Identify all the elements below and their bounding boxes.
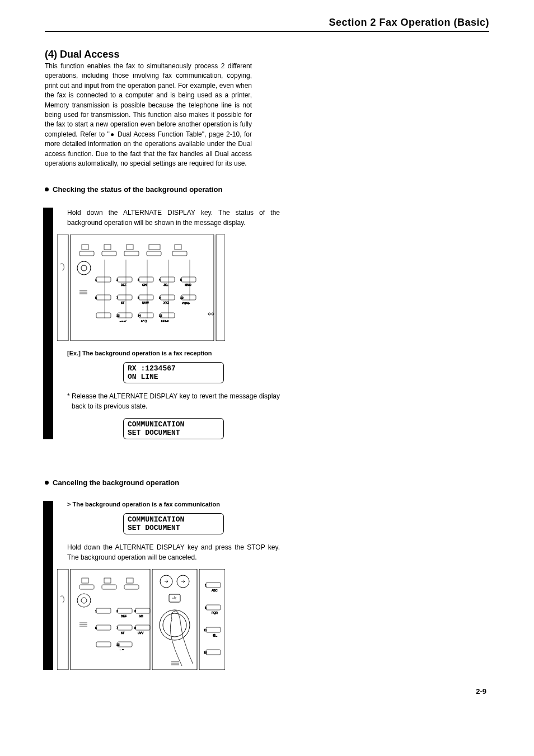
svg-text:DEF: DEF [121, 614, 127, 618]
svg-text:13: 13 [116, 314, 120, 317]
svg-text:2: 2 [116, 609, 118, 613]
svg-text:@_: @_ [213, 633, 217, 637]
check-status-block: Hold down the ALTERNATE DISPLAY key. The… [45, 208, 280, 439]
bullet-icon [45, 481, 49, 485]
svg-text:15: 15 [159, 314, 162, 317]
bullet-icon [45, 187, 49, 191]
svg-text:14: 14 [138, 314, 141, 317]
release-key-note-text: Release the ALTERNATE DISPLAY key to rev… [72, 391, 280, 411]
svg-rect-63 [57, 569, 68, 670]
cancel-heading-text: Canceling the background operation [53, 478, 179, 487]
svg-text:& * ( ): & * ( ) [141, 320, 147, 322]
svg-text:MNO: MNO [185, 283, 191, 287]
svg-text:XYZ: XYZ [163, 301, 169, 304]
svg-text:JKL: JKL [163, 283, 168, 287]
svg-rect-0 [57, 234, 68, 341]
svg-text:GHI: GHI [142, 283, 147, 287]
svg-text:$ # 0–9: $ # 0–9 [161, 320, 169, 322]
dual-access-paragraph: This function enables the fax to simulta… [45, 62, 252, 168]
svg-text:7: 7 [116, 296, 118, 299]
svg-text:13: 13 [116, 643, 120, 646]
svg-text:6: 6 [95, 626, 97, 630]
page-number: 2-9 [476, 687, 486, 696]
svg-text:DEF: DEF [121, 283, 127, 287]
svg-rect-64 [71, 569, 150, 670]
check-step-text: Hold down the ALTERNATE DISPLAY key. The… [67, 208, 280, 228]
svg-text:UVW: UVW [142, 301, 149, 304]
svg-text:ST: ST [121, 631, 124, 635]
svg-text:3: 3 [138, 278, 139, 281]
svg-text:5: 5 [180, 278, 182, 281]
svg-text:11: 11 [204, 628, 207, 632]
svg-text:8: 8 [134, 626, 136, 630]
svg-text:6: 6 [205, 606, 207, 609]
operation-panel-illustration: 1 2 3 4 5 DEF GHI JKL MNO 6 7 8 9 10 ST … [57, 234, 225, 341]
check-status-heading: Checking the status of the background op… [45, 185, 489, 194]
svg-text:1: 1 [95, 278, 97, 281]
svg-text:9: 9 [159, 296, 161, 299]
asterisk-icon: * [67, 391, 72, 411]
lcd-display-communication: COMMUNICATION SET DOCUMENT [123, 418, 224, 439]
lcd-display-cancel: COMMUNICATION SET DOCUMENT [123, 513, 224, 534]
svg-text:2: 2 [116, 278, 118, 281]
release-key-note: * Release the ALTERNATE DISPLAY key to r… [67, 391, 280, 411]
operation-panel-stop-illustration: 1 2 3 DEF GH 6 7 8 ST UVV 13 – = [57, 569, 225, 670]
svg-rect-1 [71, 234, 214, 341]
svg-text:GH: GH [139, 614, 143, 618]
svg-text:10: 10 [180, 296, 184, 299]
svg-text:4: 4 [159, 278, 161, 281]
cancel-step-text: Hold down the ALTERNATE DISPLAY key and … [67, 542, 280, 562]
svg-text:– =: – = [120, 648, 124, 651]
example-label: [Ex.] The background operation is a fax … [67, 350, 280, 356]
svg-text:7: 7 [116, 626, 118, 630]
cancel-subheading: > The background operation is a fax comm… [67, 501, 280, 508]
svg-text:8: 8 [138, 296, 139, 299]
svg-text:ABC: ABC [212, 589, 218, 592]
svg-text:6: 6 [95, 296, 97, 299]
svg-text:– = + /: – = + / [120, 320, 127, 322]
subsection-title: (4) Dual Access [45, 49, 489, 60]
svg-rect-2 [216, 234, 225, 341]
svg-text::/?{}%|+: :/?{}%|+ [182, 302, 190, 304]
check-status-heading-text: Checking the status of the background op… [53, 185, 222, 194]
svg-text:1: 1 [95, 609, 97, 613]
svg-text:1: 1 [205, 584, 207, 587]
cancel-heading: Canceling the background operation [45, 478, 489, 487]
black-sidebar [43, 208, 53, 439]
svg-rect-65 [152, 569, 197, 670]
svg-text:UVV: UVV [138, 631, 144, 635]
cancel-block: > The background operation is a fax comm… [45, 501, 280, 670]
section-header: Section 2 Fax Operation (Basic) [45, 17, 489, 32]
svg-text:PQR: PQR [212, 611, 218, 614]
svg-text:ST: ST [121, 301, 124, 304]
lcd-display-rx: RX :1234567 ON LINE [123, 362, 224, 383]
svg-text:3: 3 [134, 609, 136, 613]
svg-text:16: 16 [204, 651, 207, 654]
black-sidebar [43, 501, 53, 670]
